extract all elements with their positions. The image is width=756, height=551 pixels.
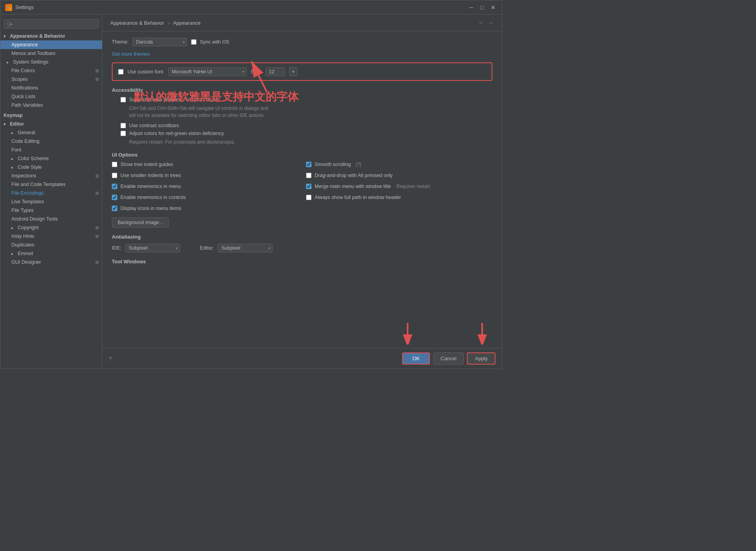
sidebar-item-quick-lists[interactable]: Quick Lists xyxy=(0,92,102,101)
smaller-indents-label: Use smaller indents in trees xyxy=(120,173,181,178)
breadcrumb: Appearance & Behavior › Appearance xyxy=(110,20,200,26)
sidebar-item-gui-designer[interactable]: GUI Designer ⊞ xyxy=(0,258,102,266)
sidebar-item-notifications[interactable]: Notifications xyxy=(0,84,102,92)
enable-mnemonics-menu-row: Enable mnemonics in menu xyxy=(112,184,298,189)
sidebar-item-duplicates[interactable]: Duplicates xyxy=(0,241,102,249)
enable-mnemonics-controls-checkbox[interactable] xyxy=(112,195,117,200)
antialiasing-row: IDE: Subpixel Greyscale None ▾ Editor: S… xyxy=(112,244,492,252)
enable-mnemonics-menu-label: Enable mnemonics in menu xyxy=(120,184,181,189)
nav-forward-button[interactable]: → xyxy=(488,19,494,26)
sidebar-item-code-style[interactable]: ▸ Code Style xyxy=(0,163,102,172)
minimize-button[interactable]: ─ xyxy=(467,4,475,11)
theme-dropdown[interactable]: Darcula IntelliJ Light High Contrast xyxy=(132,38,187,46)
sidebar-item-file-code-templates[interactable]: File and Code Templates xyxy=(0,180,102,189)
adjust-colors-label: Adjust colors for red-green vision defic… xyxy=(129,131,224,136)
screen-readers-row: Support screen readers Requires restart xyxy=(112,97,492,102)
ui-options-grid: Show tree indent guides Smooth scrolling… xyxy=(112,162,492,214)
always-show-full-path-row: Always show full path in window header xyxy=(306,195,492,200)
sidebar-item-code-editing[interactable]: Code Editing xyxy=(0,137,102,146)
smaller-indents-checkbox[interactable] xyxy=(112,173,117,178)
sidebar-item-file-types[interactable]: File Types xyxy=(0,206,102,215)
get-more-themes-link[interactable]: Get more themes xyxy=(112,51,150,57)
sidebar-item-system-settings[interactable]: ▸ System Settings xyxy=(0,58,102,66)
panel-header: Appearance & Behavior › Appearance ← → xyxy=(102,15,502,31)
background-image-button[interactable]: Background Image... xyxy=(112,217,169,228)
maximize-button[interactable]: □ xyxy=(478,4,486,11)
smooth-scrolling-checkbox[interactable] xyxy=(306,162,312,167)
drag-drop-alt-checkbox[interactable] xyxy=(306,173,312,178)
ok-button[interactable]: OK xyxy=(402,352,430,365)
sidebar-item-general[interactable]: ▸ General xyxy=(0,128,102,137)
custom-font-box: Use custom font: Microsoft YaHei UI Aria… xyxy=(112,62,492,81)
panel-body: 默认的微软雅黑是支持中文的字体 Theme: xyxy=(102,31,502,348)
size-dropdown-arrow[interactable]: ▾ xyxy=(289,67,297,76)
sidebar-item-menus-toolbars[interactable]: Menus and Toolbars xyxy=(0,49,102,58)
display-icons-checkbox[interactable] xyxy=(112,206,117,211)
editor-dropdown-wrapper: Subpixel Greyscale None ▾ xyxy=(218,244,273,252)
sidebar-item-inspections[interactable]: Inspections ⊞ xyxy=(0,172,102,180)
contrast-scrollbars-row: Use contrast scrollbars xyxy=(112,123,492,128)
sidebar-item-inlay-hints[interactable]: Inlay Hints ⊞ xyxy=(0,232,102,241)
use-custom-font-label: Use custom font: xyxy=(128,69,164,75)
smooth-scrolling-row: Smooth scrolling (?) xyxy=(306,162,492,167)
adjust-colors-checkbox[interactable] xyxy=(120,131,126,136)
help-button[interactable]: ? xyxy=(109,356,112,362)
editor-antialiasing-dropdown[interactable]: Subpixel Greyscale None xyxy=(218,244,273,252)
chevron-right-icon: ▸ xyxy=(11,226,16,230)
sidebar-item-path-variables[interactable]: Path Variables xyxy=(0,101,102,109)
drag-drop-alt-row: Drag-and-drop with Alt pressed only xyxy=(306,173,492,178)
sidebar-item-editor[interactable]: ▾ Editor xyxy=(0,120,102,128)
always-show-full-path-checkbox[interactable] xyxy=(306,195,312,200)
ide-label: IDE: xyxy=(112,245,121,251)
sidebar-item-copyright[interactable]: ▸ Copyright ⊞ xyxy=(0,223,102,232)
sidebar-item-appearance[interactable]: Appearance xyxy=(0,40,102,49)
merge-requires-restart-label: Requires restart xyxy=(397,184,430,189)
nav-back-button[interactable]: ← xyxy=(478,19,485,26)
smooth-scrolling-help[interactable]: (?) xyxy=(355,162,361,167)
sidebar-item-file-colors[interactable]: File Colors ⊞ xyxy=(0,66,102,75)
accessibility-title: Accessibility xyxy=(112,87,492,93)
sidebar-item-scopes[interactable]: Scopes ⊞ xyxy=(0,75,102,84)
sidebar-item-live-templates[interactable]: Live Templates xyxy=(0,197,102,206)
font-dropdown[interactable]: Microsoft YaHei UI Arial Segoe UI xyxy=(168,68,247,76)
badge-icon: ⊞ xyxy=(95,191,99,196)
close-button[interactable]: ✕ xyxy=(489,4,497,11)
main-content: ▾ Appearance & Behavior Appearance Menus… xyxy=(0,15,502,369)
use-custom-font-checkbox[interactable] xyxy=(118,69,124,75)
show-tree-indent-checkbox[interactable] xyxy=(112,162,117,167)
accessibility-desc2: will not be available for switching edit… xyxy=(129,112,492,119)
merge-main-menu-checkbox[interactable] xyxy=(306,184,312,189)
search-input[interactable] xyxy=(4,19,99,29)
screen-readers-checkbox[interactable] xyxy=(120,97,126,102)
smaller-indents-row: Use smaller indents in trees xyxy=(112,173,298,178)
sidebar-item-color-scheme[interactable]: ▸ Color Scheme xyxy=(0,154,102,163)
app-icon: 🔧 xyxy=(5,4,12,11)
sidebar-item-font[interactable]: Font xyxy=(0,146,102,154)
adjust-colors-desc-text: Requires restart. For protanopia and deu… xyxy=(129,139,492,146)
chevron-right-icon: ▸ xyxy=(11,131,16,135)
theme-dropdown-wrapper: Darcula IntelliJ Light High Contrast ▾ xyxy=(132,38,187,46)
titlebar: 🔧 Settings ─ □ ✕ xyxy=(0,0,502,15)
font-size-input[interactable] xyxy=(266,68,285,76)
get-more-themes-row: Get more themes xyxy=(112,51,492,57)
settings-window: 🔧 Settings ─ □ ✕ ▾ Appearance & Behavior… xyxy=(0,0,502,369)
sync-os-checkbox[interactable] xyxy=(191,39,197,45)
badge-icon: ⊞ xyxy=(95,77,99,82)
accessibility-desc1: Ctrl+Tab and Ctrl+Shift+Tab will navigat… xyxy=(129,105,492,112)
ide-antialiasing-dropdown[interactable]: Subpixel Greyscale None xyxy=(125,244,180,252)
sidebar-item-keymap[interactable]: Keymap xyxy=(0,111,102,120)
sync-os-label: Sync with OS xyxy=(200,39,229,45)
sidebar-item-android-design-tools[interactable]: Android Design Tools xyxy=(0,215,102,223)
enable-mnemonics-menu-checkbox[interactable] xyxy=(112,184,117,189)
screen-readers-label: Support screen readers xyxy=(129,97,180,102)
chevron-right-icon: ▸ xyxy=(7,60,11,64)
sidebar-item-appearance-behavior[interactable]: ▾ Appearance & Behavior xyxy=(0,32,102,40)
apply-button[interactable]: Apply xyxy=(467,352,495,365)
display-icons-label: Display icons in menu items xyxy=(120,206,181,211)
cancel-button[interactable]: Cancel xyxy=(433,352,464,365)
right-panel: Appearance & Behavior › Appearance ← → 默… xyxy=(102,15,502,369)
contrast-scrollbars-checkbox[interactable] xyxy=(120,123,126,128)
sidebar-item-emmet[interactable]: ▸ Emmet xyxy=(0,249,102,258)
sidebar-item-file-encodings[interactable]: File Encodings ⊞ xyxy=(0,189,102,197)
sidebar: ▾ Appearance & Behavior Appearance Menus… xyxy=(0,15,102,369)
